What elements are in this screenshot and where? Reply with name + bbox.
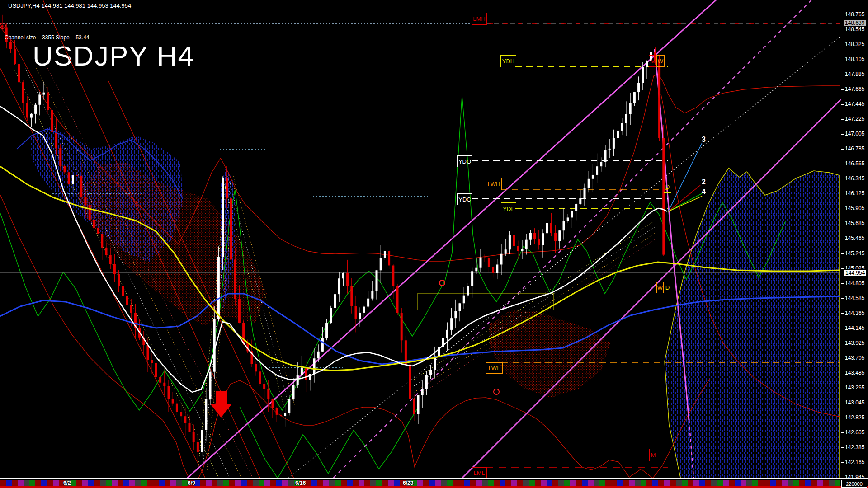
candle-body <box>180 412 182 416</box>
y-axis-tick <box>841 343 844 343</box>
magenta-channel-a[interactable] <box>176 0 716 478</box>
level-box-ydh[interactable]: YDH <box>500 55 516 67</box>
session-block <box>723 480 729 486</box>
y-axis-tick-label: 144.805 <box>845 280 864 286</box>
session-block <box>535 480 541 486</box>
level-box-lmh[interactable]: LMH <box>472 13 487 25</box>
session-block <box>793 480 799 486</box>
session-block <box>664 480 670 486</box>
session-block <box>476 480 482 486</box>
session-block <box>764 480 770 486</box>
marker-m-bottom[interactable]: M <box>649 449 657 461</box>
candle-body <box>222 178 224 257</box>
candle-body <box>558 230 561 241</box>
candle-body <box>68 172 70 184</box>
y-axis-tick-label: 145.685 <box>845 220 864 226</box>
projection-label-3: 3 <box>702 136 706 144</box>
projection-line-2[interactable] <box>668 185 700 211</box>
session-block <box>817 480 823 486</box>
candle-body <box>546 223 548 233</box>
candle-body <box>159 377 161 383</box>
y-axis-tick <box>841 60 844 60</box>
volume-scale-box: 220000 <box>841 480 867 488</box>
y-axis-tick-label: 148.325 <box>845 41 864 47</box>
price-chart-canvas[interactable] <box>0 0 841 480</box>
marker-m-top[interactable]: M <box>649 55 657 67</box>
session-block <box>482 480 488 486</box>
candle-body <box>609 149 611 150</box>
session-block <box>0 480 6 486</box>
projection-line-4[interactable] <box>668 193 702 211</box>
candle-body <box>629 103 632 114</box>
level-box-lml[interactable]: LML <box>472 467 487 479</box>
candle-body <box>47 93 49 110</box>
candle-body <box>633 92 636 103</box>
session-block <box>529 480 535 486</box>
y-axis-tick <box>841 373 844 373</box>
session-block <box>605 480 611 486</box>
session-block <box>788 480 793 486</box>
candle-body <box>334 294 336 308</box>
candle-body <box>126 296 128 305</box>
level-box-ydo[interactable]: YDO <box>457 155 472 167</box>
session-block <box>159 480 165 486</box>
session-block <box>735 480 741 486</box>
marker-w-top[interactable]: W <box>656 55 665 67</box>
projection-line-y[interactable] <box>668 196 702 211</box>
candle-body <box>313 358 316 374</box>
session-block <box>223 480 229 486</box>
y-axis-tick <box>841 328 844 328</box>
session-block <box>417 480 423 486</box>
candle-body <box>317 352 320 358</box>
candle-body <box>163 383 165 386</box>
candle-body <box>284 413 286 416</box>
candle-body <box>488 258 490 267</box>
session-block <box>676 480 682 486</box>
candle-body <box>475 268 477 272</box>
session-block <box>729 480 735 486</box>
candle-body <box>109 255 112 264</box>
session-block <box>206 480 212 486</box>
session-block <box>88 480 94 486</box>
y-axis-tick-label: 143.705 <box>845 355 864 361</box>
session-block <box>782 480 788 486</box>
session-block <box>746 480 752 486</box>
session-block <box>629 480 635 486</box>
session-block <box>71 480 76 486</box>
candle-body <box>176 404 178 412</box>
y-axis-tick-label: 146.345 <box>845 175 864 182</box>
session-block <box>311 480 317 486</box>
sell-arrow[interactable] <box>210 391 232 418</box>
session-block <box>35 480 41 486</box>
y-axis-tick-label: 142.385 <box>845 444 864 450</box>
session-block <box>811 480 817 486</box>
level-box-lwh[interactable]: LWH <box>486 178 502 190</box>
candle-body <box>155 363 157 377</box>
session-block <box>658 480 664 486</box>
mt4-chart-window: USDJPY H4 USDJPY,H4 144.981 144.981 144.… <box>0 0 868 488</box>
projection-line-3[interactable] <box>668 143 702 211</box>
price-axis[interactable]: 148.765148.545148.325148.105147.885147.6… <box>841 0 868 478</box>
session-block <box>370 480 376 486</box>
session-block <box>12 480 18 486</box>
candle-body <box>604 150 607 162</box>
candle-body <box>38 95 41 105</box>
session-block <box>347 480 353 486</box>
session-block <box>594 480 599 486</box>
level-box-ydc[interactable]: YDC <box>457 193 472 205</box>
marker-d-mid[interactable]: D <box>664 181 671 193</box>
candle-body <box>118 274 120 286</box>
level-box-lwl[interactable]: LWL <box>486 362 503 374</box>
signal-circle-marker <box>494 389 499 394</box>
candle-body <box>563 221 565 230</box>
session-block <box>517 480 523 486</box>
candle-body <box>496 264 498 273</box>
level-box-ydl[interactable]: YDL <box>501 202 516 215</box>
marker-d-low[interactable]: D <box>664 282 671 293</box>
y-axis-tick-label: 143.485 <box>845 370 864 376</box>
candle-body <box>26 103 28 117</box>
session-block <box>552 480 558 486</box>
candle-body <box>22 82 24 103</box>
marker-w-low[interactable]: W <box>656 282 664 293</box>
candle-body <box>276 408 278 415</box>
